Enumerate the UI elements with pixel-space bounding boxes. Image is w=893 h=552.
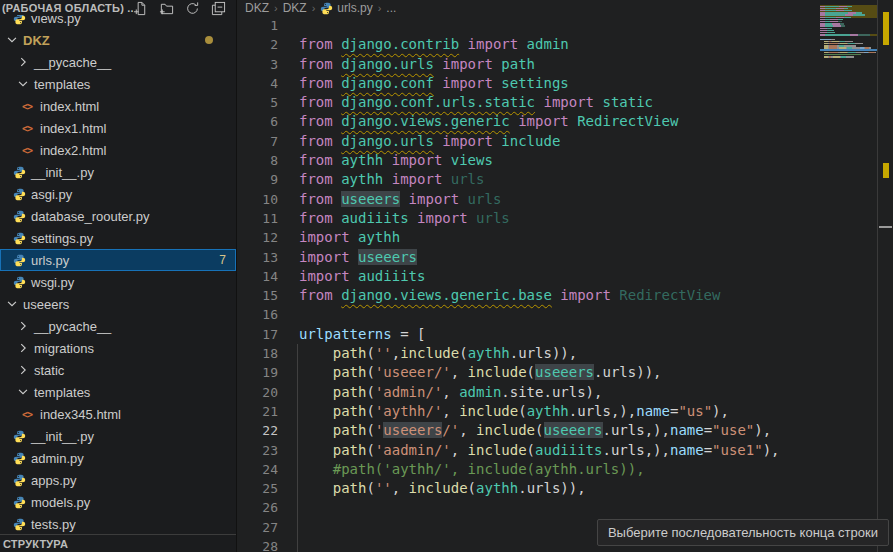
chevron-right-icon (16, 319, 30, 333)
python-icon (13, 496, 26, 509)
explorer-sidebar: views.pyDKZ__pycache__templates<>index.h… (0, 0, 237, 552)
breadcrumb-item-DKZ[interactable]: DKZ (245, 1, 269, 15)
line-number: 15 (238, 286, 278, 305)
tree-item-__pycache__[interactable]: __pycache__ (0, 315, 236, 337)
new-folder-button[interactable] (159, 1, 174, 16)
tree-item-templates[interactable]: templates (0, 73, 236, 95)
tree-item-settings.py[interactable]: settings.py (0, 227, 236, 249)
tree-item-index2.html[interactable]: <>index2.html (0, 139, 236, 161)
code-line-5[interactable]: 5from django.conf.urls.static import sta… (238, 93, 820, 112)
code-line-18[interactable]: 18 path('',include(aythh.urls)), (238, 344, 820, 363)
line-number: 3 (238, 55, 278, 74)
python-icon (13, 254, 26, 267)
code-line-11[interactable]: 11from audiiits import urls (238, 209, 820, 228)
code-line-22[interactable]: 22 path('useeers/', include(useeers.urls… (238, 421, 820, 440)
tree-item-index1.html[interactable]: <>index1.html (0, 117, 236, 139)
code-line-10[interactable]: 10from useeers import urls (238, 190, 820, 209)
code-line-26[interactable]: 26 (238, 498, 820, 517)
tree-item-models.py[interactable]: models.py (0, 491, 236, 513)
code-line-7[interactable]: 7from django.urls import include (238, 132, 820, 151)
tree-item-label: __init__.py (31, 429, 94, 444)
tree-item-migrations[interactable]: migrations (0, 337, 236, 359)
line-number: 5 (238, 93, 278, 112)
code-line-23[interactable]: 23 path('aadmin/', include(audiiits.urls… (238, 441, 820, 460)
tree-item-useeers[interactable]: useeers (0, 293, 236, 315)
code-line-24[interactable]: 24 #path('aythh/', include(aythh.urls)), (238, 460, 820, 479)
code-line-20[interactable]: 20 path('admin/', admin.site.urls), (238, 383, 820, 402)
modified-dot-badge (205, 36, 213, 44)
tree-item-label: DKZ (23, 33, 50, 48)
code-line-17[interactable]: 17urlpatterns = [ (238, 325, 820, 344)
html-icon: <> (22, 101, 32, 112)
explorer-section-header[interactable]: (РАБОЧАЯ ОБЛАСТЬ) ... (0, 0, 236, 15)
tree-item-label: tests.py (31, 517, 76, 532)
tree-item-label: models.py (31, 495, 90, 510)
tree-item-index345.html[interactable]: <>index345.html (0, 403, 236, 425)
tree-item-label: asgi.py (31, 187, 72, 202)
chevron-right-icon (16, 363, 30, 377)
line-number: 26 (238, 498, 278, 517)
breadcrumb-item-DKZ[interactable]: DKZ (283, 1, 307, 15)
tree-item-database_roouter.py[interactable]: database_roouter.py (0, 205, 236, 227)
code-line-13[interactable]: 13import useeers (238, 248, 820, 267)
tree-item-__init__.py[interactable]: __init__.py (0, 161, 236, 183)
code-line-25[interactable]: 25 path('', include(aythh.urls)), (238, 479, 820, 498)
tree-item-__pycache__[interactable]: __pycache__ (0, 51, 236, 73)
tree-item-asgi.py[interactable]: asgi.py (0, 183, 236, 205)
breadcrumb-separator: › (274, 2, 278, 14)
python-icon (13, 430, 26, 443)
tree-item-admin.py[interactable]: admin.py (0, 447, 236, 469)
breadcrumb-separator: › (378, 2, 382, 14)
code-line-3[interactable]: 3from django.urls import path (238, 55, 820, 74)
tree-item-apps.py[interactable]: apps.py (0, 469, 236, 491)
minimap[interactable] (820, 0, 877, 552)
code-line-1[interactable]: 1 (238, 16, 820, 35)
collapse-all-icon (211, 1, 226, 16)
tree-item-label: migrations (34, 341, 94, 356)
tree-item-tests.py[interactable]: tests.py (0, 513, 236, 535)
tree-item-urls.py[interactable]: urls.py7 (0, 249, 236, 271)
tree-item-label: __init__.py (31, 165, 94, 180)
outline-section-header[interactable]: СТРУКТУРА (0, 534, 236, 552)
breadcrumb: DKZ›DKZ›urls.py›... (245, 0, 396, 16)
tooltip-text: Выберите последовательность конца строки (608, 525, 878, 540)
warning-marker (883, 163, 889, 178)
workspace-title: (РАБОЧАЯ ОБЛАСТЬ) ... (2, 2, 133, 14)
collapse-all-button[interactable] (211, 1, 226, 16)
new-folder-icon (159, 1, 174, 16)
code-line-14[interactable]: 14import audiiits (238, 267, 820, 286)
code-line-9[interactable]: 9from aythh import urls (238, 170, 820, 189)
new-file-button[interactable] (133, 1, 148, 16)
breadcrumb-item-...[interactable]: ... (386, 1, 396, 15)
tree-item-label: __pycache__ (34, 55, 111, 70)
code-line-12[interactable]: 12import aythh (238, 228, 820, 247)
tree-item-__init__.py[interactable]: __init__.py (0, 425, 236, 447)
file-tree: views.pyDKZ__pycache__templates<>index.h… (0, 7, 236, 535)
code-line-15[interactable]: 15from django.views.generic.base import … (238, 286, 820, 305)
code-line-19[interactable]: 19 path('useeer/', include(useeers.urls)… (238, 363, 820, 382)
tree-item-label: admin.py (31, 451, 84, 466)
python-icon (13, 166, 26, 179)
breadcrumb-item-urls.py[interactable]: urls.py (320, 1, 372, 15)
code-line-8[interactable]: 8from aythh import views (238, 151, 820, 170)
code-editor[interactable]: 12from django.contrib import admin3from … (238, 16, 820, 552)
code-line-16[interactable]: 16 (238, 305, 820, 324)
line-number: 24 (238, 460, 278, 479)
html-icon: <> (22, 409, 32, 420)
tree-item-wsgi.py[interactable]: wsgi.py (0, 271, 236, 293)
code-line-2[interactable]: 2from django.contrib import admin (238, 35, 820, 54)
code-line-21[interactable]: 21 path('aythh/', include(aythh.urls,),n… (238, 402, 820, 421)
refresh-button[interactable] (185, 1, 200, 16)
tree-item-static[interactable]: static (0, 359, 236, 381)
overview-ruler[interactable] (878, 0, 893, 552)
tree-item-templates[interactable]: templates (0, 381, 236, 403)
tree-item-label: static (34, 363, 64, 378)
code-line-6[interactable]: 6from django.views.generic import Redire… (238, 112, 820, 131)
tree-item-index.html[interactable]: <>index.html (0, 95, 236, 117)
python-icon (13, 452, 26, 465)
tree-item-DKZ[interactable]: DKZ (0, 29, 236, 51)
tree-item-label: urls.py (31, 253, 69, 268)
line-number: 14 (238, 267, 278, 286)
chevron-right-icon (16, 341, 30, 355)
code-line-4[interactable]: 4from django.conf import settings (238, 74, 820, 93)
